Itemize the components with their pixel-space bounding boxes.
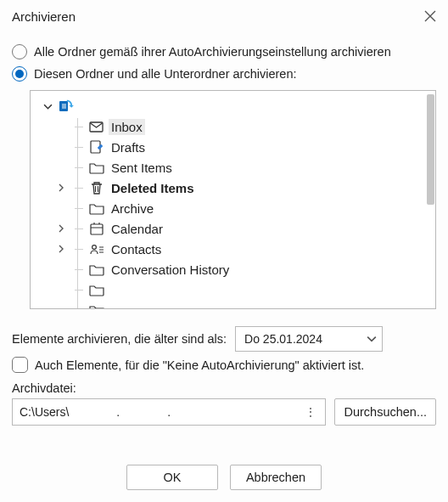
folder-icon (88, 281, 105, 298)
archive-dialog: Archivieren Alle Ordner gemäß ihrer Auto… (0, 0, 448, 502)
chevron-right-icon[interactable] (53, 183, 70, 192)
tree-item-label: Archive (109, 200, 156, 217)
tree-item[interactable]: Deleted Items (34, 178, 432, 198)
scrollbar-thumb[interactable] (427, 94, 434, 205)
tree-item[interactable] (34, 300, 432, 309)
tree-item-label: Deleted Items (109, 180, 197, 196)
tree-item-label: Calendar (109, 221, 165, 237)
mail-icon (88, 118, 105, 135)
tree-account-label (80, 105, 85, 107)
svg-point-4 (92, 245, 97, 250)
archive-file-input[interactable]: C:\Users\ .. ⋮ (12, 398, 326, 426)
tree-item[interactable] (34, 279, 432, 300)
tree-item[interactable]: Sent Items (34, 157, 432, 178)
checkbox-icon (12, 357, 28, 373)
browse-button[interactable]: Durchsuchen... (334, 398, 436, 426)
tree-item-label: Contacts (109, 241, 164, 257)
folder-tree[interactable]: InboxDraftsSent ItemsDeleted ItemsArchiv… (30, 90, 436, 309)
drafts-icon (88, 138, 105, 155)
chevron-right-icon[interactable] (53, 245, 70, 253)
tree-item[interactable]: Archive (34, 198, 432, 218)
archive-file-label: Archivdatei: (12, 381, 436, 395)
tree-item[interactable]: Calendar (34, 218, 432, 239)
tree-item[interactable]: Inbox (34, 116, 432, 137)
radio-archive-this-label: Diesen Ordner und alle Unterordner archi… (34, 67, 297, 81)
tree-item-label: Conversation History (109, 262, 232, 278)
radio-icon (12, 44, 27, 59)
tree-item-label (109, 289, 114, 290)
tree-item[interactable]: Drafts (34, 137, 432, 157)
radio-icon (12, 66, 27, 82)
tree-account-row[interactable] (34, 96, 432, 116)
titlebar: Archivieren (0, 0, 448, 32)
folder-icon (88, 159, 105, 176)
older-than-label: Elemente archivieren, die älter sind als… (12, 332, 227, 346)
radio-archive-all-label: Alle Ordner gemäß ihrer AutoArchivierung… (34, 45, 391, 59)
contacts-icon (88, 240, 105, 257)
radio-archive-this-folder[interactable]: Diesen Ordner und alle Unterordner archi… (12, 63, 436, 85)
scrollbar[interactable] (426, 94, 435, 305)
cancel-button[interactable]: Abbrechen (230, 465, 322, 490)
dialog-title: Archivieren (12, 9, 76, 24)
radio-archive-all[interactable]: Alle Ordner gemäß ihrer AutoArchivierung… (12, 41, 436, 63)
include-no-autoarchive-label: Auch Elemente, für die "Keine AutoArchiv… (35, 358, 364, 372)
svg-rect-3 (91, 224, 103, 234)
tree-item-label: Sent Items (109, 160, 175, 176)
trash-icon (88, 179, 105, 196)
tree-item[interactable]: Contacts (34, 239, 432, 259)
folder-icon (88, 302, 105, 309)
ok-button[interactable]: OK (126, 465, 218, 490)
chevron-down-icon (367, 334, 377, 344)
tree-item-label: Inbox (109, 119, 145, 135)
chevron-right-icon[interactable] (53, 224, 70, 233)
archive-file-value: C:\Users\ (20, 405, 69, 419)
older-than-date-dropdown[interactable]: Do 25.01.2024 (235, 326, 383, 352)
folder-icon (88, 200, 105, 217)
exchange-icon (59, 98, 76, 115)
tree-item[interactable]: Conversation History (34, 259, 432, 279)
calendar-icon (88, 220, 105, 237)
tree-item-label: Drafts (109, 139, 148, 155)
close-icon[interactable] (423, 8, 438, 24)
chevron-down-icon[interactable] (39, 102, 56, 111)
folder-icon (88, 261, 105, 278)
more-icon: ⋮ (305, 405, 318, 419)
include-no-autoarchive-checkbox[interactable]: Auch Elemente, für die "Keine AutoArchiv… (12, 357, 436, 373)
older-than-date-value: Do 25.01.2024 (244, 332, 322, 346)
dialog-footer: OK Abbrechen (0, 451, 448, 502)
